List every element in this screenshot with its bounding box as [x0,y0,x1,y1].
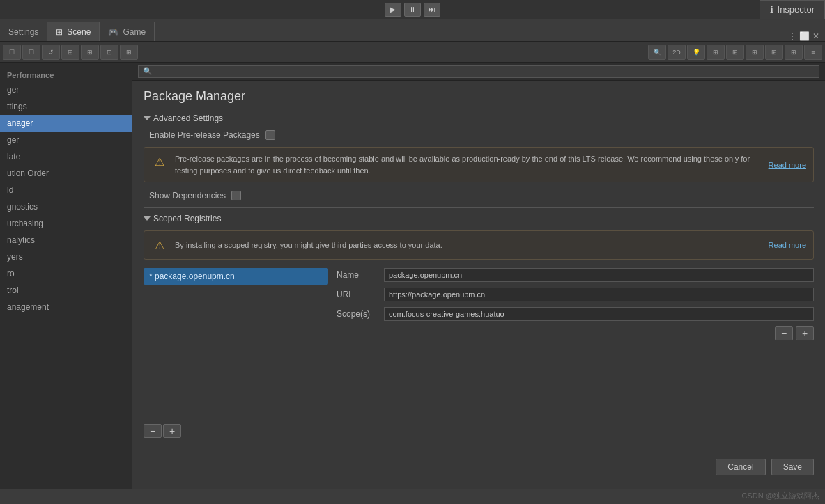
warning-icon-2: ⚠ [151,237,168,253]
prerelease-label: Enable Pre-release Packages [149,130,260,140]
search-bar [132,63,825,81]
warning-icon-1: ⚠ [151,153,168,170]
sidebar-item-11[interactable]: ro [0,265,132,282]
triangle-icon-2 [144,216,151,221]
read-more-1[interactable]: Read more [769,161,806,169]
registry-remove-button[interactable]: − [144,424,162,438]
package-manager-content: Package Manager Advanced Settings Enable… [132,81,825,484]
step-button[interactable]: ⏭ [424,3,440,17]
watermark: CSDN @独立游戏阿杰 [742,491,819,501]
info-icon: ℹ [770,4,773,15]
sidebar-item-5[interactable]: ution Order [0,165,132,182]
scopes-field-row: Scope(s) [337,307,814,321]
registry-item-openupm[interactable]: * package.openupm.cn [144,268,328,285]
toolbar-btn-10[interactable]: 💡 [687,45,705,60]
advanced-settings-label: Advanced Settings [153,113,223,123]
toolbar-btn-6[interactable]: ⊡ [100,45,118,60]
sidebar-item-9[interactable]: nalytics [0,232,132,249]
divider-1 [144,207,814,208]
toolbar-btn-15[interactable]: ⊞ [785,45,803,60]
scope-add-button[interactable]: + [796,326,814,340]
toolbar-btn-7[interactable]: ⊞ [120,45,138,60]
search-input[interactable] [138,65,819,78]
more-icon[interactable]: ⋮ [788,31,796,41]
sidebar-item-1[interactable]: ttings [0,98,132,115]
registry-list: * package.openupm.cn − + [144,268,328,438]
sidebar-item-13[interactable]: anagement [0,299,132,315]
toolbar-btn-11[interactable]: ⊞ [707,45,725,60]
advanced-settings-header[interactable]: Advanced Settings [144,113,814,123]
sidebar-item-manager[interactable]: anager [0,115,132,132]
sidebar: Performance ger ttings anager ger late u… [0,63,132,489]
sidebar-item-3[interactable]: ger [0,132,132,148]
scope-remove-button[interactable]: − [775,326,793,340]
scope-buttons: − + [337,326,814,340]
scene-tab[interactable]: ⊞ Scene [47,22,100,41]
second-toolbar: ☐ ☐ ↺ ⊞ ⊞ ⊡ ⊞ 🔍 2D 💡 ⊞ ⊞ ⊞ ⊞ ⊞ ≡ [0,42,825,63]
save-button[interactable]: Save [771,459,814,475]
name-label: Name [337,270,378,280]
pause-button[interactable]: ⏸ [404,3,421,17]
scoped-registries-label: Scoped Registries [153,214,221,223]
toolbar-btn-12[interactable]: ⊞ [726,45,744,60]
toolbar-btn-14[interactable]: ⊞ [765,45,783,60]
sidebar-item-8[interactable]: urchasing [0,215,132,232]
registry-add-button[interactable]: + [163,424,181,438]
registry-details: Name URL Scope(s) − + [337,268,814,438]
scopes-input[interactable] [384,307,814,321]
sidebar-item-0[interactable]: ger [0,81,132,98]
registry-area: * package.openupm.cn − + Name URL [144,268,814,438]
read-more-2[interactable]: Read more [769,241,806,249]
registry-list-buttons: − + [144,424,328,438]
toolbar-btn-3[interactable]: ↺ [42,45,60,60]
dependencies-label: Show Dependencies [149,191,226,200]
cancel-button[interactable]: Cancel [716,459,765,475]
scoped-warning-box: ⚠ By installing a scoped registry, you m… [144,230,814,260]
bottom-actions: Cancel Save [144,452,814,475]
sidebar-section-performance: Performance [0,65,132,81]
url-label: URL [337,290,378,299]
name-input[interactable] [384,268,814,282]
sidebar-item-7[interactable]: gnostics [0,198,132,215]
triangle-icon [144,116,151,120]
main-area: Performance ger ttings anager ger late u… [0,63,825,489]
tab-actions: ⋮ ⬜ ✕ [788,31,825,41]
toolbar-btn-9[interactable]: 2D [668,45,686,60]
dependencies-toggle-row: Show Dependencies [144,191,814,200]
content-area: Package Manager Advanced Settings Enable… [132,63,825,489]
toolbar-btn-13[interactable]: ⊞ [746,45,764,60]
toolbar-btn-4[interactable]: ⊞ [61,45,79,60]
inspector-tab[interactable]: ℹ Inspector [760,0,825,19]
game-tab[interactable]: 🎮 Game [100,22,155,41]
prerelease-toggle-row: Enable Pre-release Packages [144,130,814,140]
toolbar-btn-5[interactable]: ⊞ [81,45,99,60]
prerelease-warning-box: ⚠ Pre-release packages are in the proces… [144,147,814,182]
settings-label: Settings [0,22,47,41]
toolbar-btn-16[interactable]: ≡ [804,45,822,60]
toolbar-right: ℹ Inspector [760,0,825,19]
toolbar-btn-2[interactable]: ☐ [22,45,40,60]
toolbar-btn-1[interactable]: ☐ [3,45,21,60]
url-input[interactable] [384,288,814,301]
tab-bar: Settings ⊞ Scene 🎮 Game ⋮ ⬜ ✕ [0,19,825,42]
maximize-icon[interactable]: ⬜ [799,31,810,41]
prerelease-warning-text: Pre-release packages are in the process … [175,153,762,176]
top-toolbar: ▶ ⏸ ⏭ ℹ Inspector [0,0,825,19]
url-field-row: URL [337,288,814,301]
game-icon: 🎮 [108,27,118,37]
sidebar-item-6[interactable]: ld [0,182,132,198]
scoped-warning-text: By installing a scoped registry, you mig… [175,239,762,251]
sidebar-item-10[interactable]: yers [0,249,132,265]
prerelease-toggle[interactable] [265,130,275,140]
name-field-row: Name [337,268,814,282]
scoped-registries-header[interactable]: Scoped Registries [144,214,814,223]
sidebar-item-4[interactable]: late [0,148,132,165]
scopes-label: Scope(s) [337,309,378,319]
playback-controls: ▶ ⏸ ⏭ [385,3,440,17]
play-button[interactable]: ▶ [385,3,401,17]
sidebar-item-12[interactable]: trol [0,282,132,299]
toolbar-btn-8[interactable]: 🔍 [648,45,666,60]
inspector-label: Inspector [778,4,815,15]
dependencies-toggle[interactable] [231,191,241,200]
close-icon[interactable]: ✕ [812,31,819,41]
